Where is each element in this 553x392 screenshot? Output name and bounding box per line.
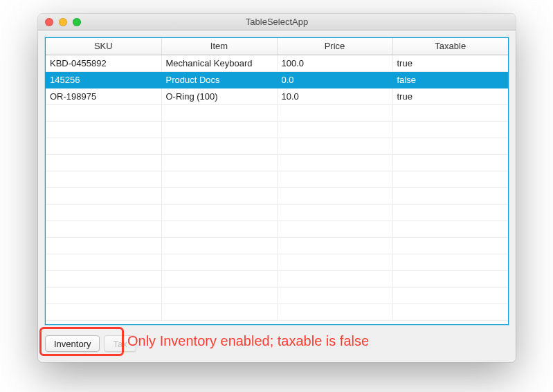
empty-cell[interactable] <box>277 237 392 254</box>
app-window: TableSelectApp SKU Item Price Taxable KB… <box>38 14 516 362</box>
empty-cell[interactable] <box>392 187 508 204</box>
table-row[interactable] <box>46 287 508 304</box>
empty-cell[interactable] <box>277 270 392 287</box>
cell-sku[interactable]: 145256 <box>46 71 161 88</box>
empty-cell[interactable] <box>277 221 392 237</box>
empty-cell[interactable] <box>46 138 161 154</box>
table-row[interactable] <box>46 270 508 287</box>
empty-cell[interactable] <box>161 187 277 204</box>
empty-cell[interactable] <box>46 304 161 320</box>
empty-cell[interactable] <box>277 287 392 304</box>
empty-cell[interactable] <box>46 104 161 121</box>
empty-cell[interactable] <box>277 187 392 204</box>
empty-cell[interactable] <box>277 121 392 138</box>
empty-cell[interactable] <box>161 154 277 171</box>
col-sku[interactable]: SKU <box>46 38 161 55</box>
empty-cell[interactable] <box>161 304 277 320</box>
empty-cell[interactable] <box>46 254 161 270</box>
empty-cell[interactable] <box>161 138 277 154</box>
cell-item[interactable]: Product Docs <box>161 71 277 88</box>
table-row[interactable] <box>46 237 508 254</box>
empty-cell[interactable] <box>277 204 392 221</box>
empty-cell[interactable] <box>46 154 161 171</box>
empty-cell[interactable] <box>392 270 508 287</box>
empty-cell[interactable] <box>161 237 277 254</box>
empty-cell[interactable] <box>161 270 277 287</box>
empty-cell[interactable] <box>161 204 277 221</box>
empty-cell[interactable] <box>392 254 508 270</box>
empty-cell[interactable] <box>161 287 277 304</box>
empty-cell[interactable] <box>46 171 161 187</box>
table-row[interactable] <box>46 254 508 270</box>
table-row[interactable] <box>46 204 508 221</box>
empty-cell[interactable] <box>46 187 161 204</box>
cell-item[interactable]: Mechanical Keyboard <box>161 55 277 71</box>
empty-cell[interactable] <box>161 171 277 187</box>
cell-price[interactable]: 10.0 <box>277 88 392 104</box>
table-row[interactable]: KBD-0455892Mechanical Keyboard100.0true <box>46 55 508 71</box>
cell-sku[interactable]: OR-198975 <box>46 88 161 104</box>
cell-item[interactable]: O-Ring (100) <box>161 88 277 104</box>
empty-cell[interactable] <box>161 121 277 138</box>
empty-cell[interactable] <box>46 270 161 287</box>
empty-cell[interactable] <box>392 121 508 138</box>
empty-cell[interactable] <box>392 237 508 254</box>
cell-taxable[interactable]: false <box>392 71 508 88</box>
table-view[interactable]: SKU Item Price Taxable KBD-0455892Mechan… <box>45 37 509 325</box>
col-taxable[interactable]: Taxable <box>392 38 508 55</box>
cell-sku[interactable]: KBD-0455892 <box>46 55 161 71</box>
col-price[interactable]: Price <box>277 38 392 55</box>
empty-cell[interactable] <box>277 171 392 187</box>
tax-button: Tax <box>104 335 136 352</box>
cell-taxable[interactable]: true <box>392 88 508 104</box>
empty-cell[interactable] <box>161 254 277 270</box>
col-item[interactable]: Item <box>161 38 277 55</box>
table-row[interactable] <box>46 121 508 138</box>
empty-cell[interactable] <box>392 171 508 187</box>
empty-cell[interactable] <box>46 237 161 254</box>
table-row[interactable] <box>46 304 508 320</box>
empty-cell[interactable] <box>392 204 508 221</box>
empty-cell[interactable] <box>46 121 161 138</box>
empty-cell[interactable] <box>46 204 161 221</box>
empty-cell[interactable] <box>277 304 392 320</box>
empty-cell[interactable] <box>277 104 392 121</box>
cell-price[interactable]: 0.0 <box>277 71 392 88</box>
empty-cell[interactable] <box>161 104 277 121</box>
table-row[interactable] <box>46 171 508 187</box>
window-content: SKU Item Price Taxable KBD-0455892Mechan… <box>38 30 516 362</box>
empty-cell[interactable] <box>277 254 392 270</box>
empty-cell[interactable] <box>392 287 508 304</box>
empty-cell[interactable] <box>46 221 161 237</box>
empty-cell[interactable] <box>392 221 508 237</box>
table-row[interactable] <box>46 154 508 171</box>
data-table: SKU Item Price Taxable KBD-0455892Mechan… <box>46 38 508 321</box>
table-row[interactable] <box>46 221 508 237</box>
table-row[interactable]: OR-198975O-Ring (100)10.0true <box>46 88 508 104</box>
empty-cell[interactable] <box>161 221 277 237</box>
table-row[interactable]: 145256Product Docs0.0false <box>46 71 508 88</box>
empty-cell[interactable] <box>392 138 508 154</box>
table-row[interactable] <box>46 187 508 204</box>
window-title: TableSelectApp <box>38 17 516 27</box>
table-row[interactable] <box>46 138 508 154</box>
empty-cell[interactable] <box>277 138 392 154</box>
table-header-row: SKU Item Price Taxable <box>46 38 508 55</box>
empty-cell[interactable] <box>392 304 508 320</box>
toolbar: Inventory Tax <box>45 325 509 355</box>
cell-price[interactable]: 100.0 <box>277 55 392 71</box>
table-row[interactable] <box>46 104 508 121</box>
empty-cell[interactable] <box>392 154 508 171</box>
empty-cell[interactable] <box>392 104 508 121</box>
empty-cell[interactable] <box>277 154 392 171</box>
title-bar: TableSelectApp <box>38 14 516 30</box>
cell-taxable[interactable]: true <box>392 55 508 71</box>
empty-cell[interactable] <box>46 287 161 304</box>
inventory-button[interactable]: Inventory <box>45 335 100 352</box>
